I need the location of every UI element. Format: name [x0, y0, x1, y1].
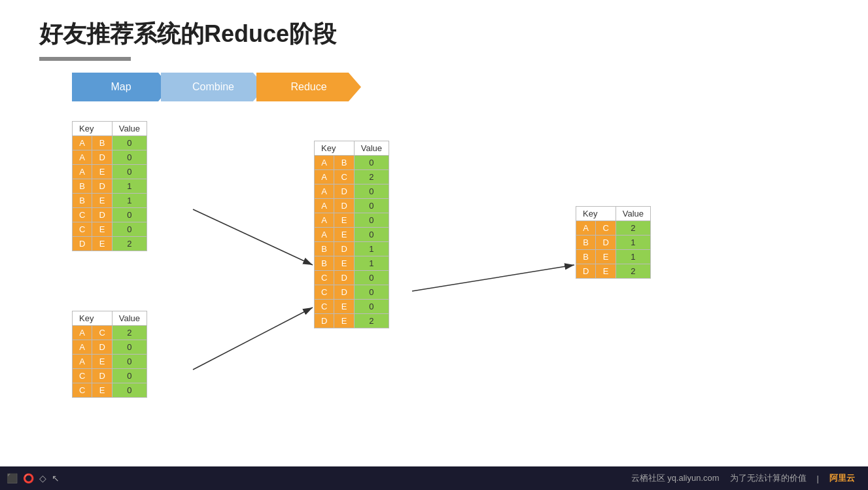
- bottom-bar: ⬛ ⭕ ◇ ↖ 云栖社区 yq.aliyun.com 为了无法计算的价值 | 阿…: [0, 466, 868, 490]
- arrow-t1-t3: [193, 209, 313, 265]
- toolbar-icon-2: ⭕: [23, 473, 34, 483]
- table-row: A B 0: [315, 156, 389, 170]
- page-title: 好友推荐系统的Reduce阶段: [0, 0, 868, 57]
- table4: Key Value A C 2 B D 1 B E 1 D E 2: [576, 206, 651, 279]
- table-row: B D 1: [73, 179, 147, 194]
- toolbar-icon-3: ◇: [39, 473, 46, 483]
- table-row: D E 2: [315, 314, 389, 328]
- table-row: A E 0: [73, 165, 147, 179]
- table-row: A D 0: [315, 184, 389, 199]
- table-row: C D 0: [315, 285, 389, 300]
- table-row: B D 1: [576, 236, 651, 250]
- toolbar-icon-1: ⬛: [7, 473, 18, 483]
- table-row: A E 0: [73, 355, 147, 369]
- pipeline-reduce: Reduce: [256, 73, 361, 101]
- table1: Key Value A B 0 A D 0 A E 0 B D 1: [72, 121, 147, 251]
- pipeline-combine: Combine: [161, 73, 266, 101]
- separator: |: [817, 474, 819, 483]
- table-row: B E 1: [73, 194, 147, 208]
- table-row: C E 0: [315, 300, 389, 314]
- table-row: C D 0: [73, 208, 147, 222]
- table-row: C D 0: [315, 271, 389, 285]
- table-row: A B 0: [73, 136, 147, 150]
- table-row: D E 2: [576, 264, 651, 279]
- toolbar-left: ⬛ ⭕ ◇ ↖: [0, 466, 78, 490]
- table-row: A D 0: [73, 150, 147, 165]
- table2: Key Value A C 2 A D 0 A E 0 C D 0: [72, 311, 147, 398]
- pipeline-map: Map: [72, 73, 170, 101]
- table-row: C E 0: [73, 383, 147, 398]
- table-row: A D 0: [315, 199, 389, 213]
- table-row: B E 1: [315, 256, 389, 271]
- toolbar-icon-4: ↖: [52, 473, 60, 483]
- arrow-t2-t3: [193, 307, 313, 370]
- table-row: A E 0: [315, 213, 389, 228]
- table-row: A C 2: [73, 326, 147, 340]
- table3: Key Value A B 0 A C 2 A D 0 A D 0: [314, 141, 389, 328]
- table-row: B D 1: [315, 242, 389, 256]
- table-row: A C 2: [576, 221, 651, 236]
- title-underline: [39, 57, 131, 61]
- brand-logo: 阿里云: [829, 472, 855, 484]
- pipeline-steps: Map Combine Reduce: [72, 73, 868, 101]
- tagline-text: 为了无法计算的价值: [730, 472, 807, 484]
- watermark-text: 云栖社区 yq.aliyun.com: [631, 472, 720, 484]
- arrows-overlay: [39, 114, 863, 461]
- table-row: A D 0: [73, 340, 147, 355]
- arrow-t3-t4: [412, 265, 574, 291]
- table-row: A E 0: [315, 228, 389, 242]
- tables-container: Key Value A B 0 A D 0 A E 0 B D 1: [39, 114, 863, 461]
- table-row: C E 0: [73, 222, 147, 237]
- table-row: B E 1: [576, 250, 651, 264]
- table-row: A C 2: [315, 170, 389, 184]
- table-row: C D 0: [73, 369, 147, 383]
- table-row: D E 2: [73, 237, 147, 251]
